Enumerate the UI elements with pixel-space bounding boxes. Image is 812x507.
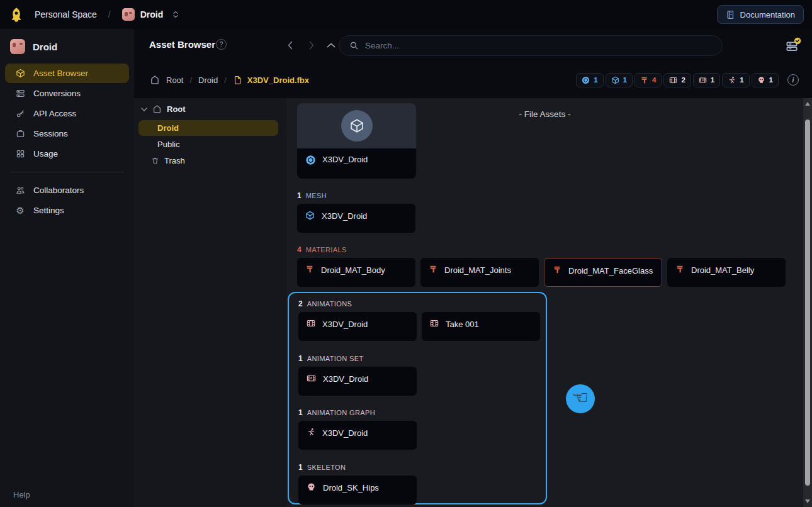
sidebar-item-api-access[interactable]: API Access — [5, 104, 129, 123]
scene-count-badge[interactable]: 1 — [576, 73, 603, 87]
breadcrumb-root[interactable]: Root — [166, 75, 183, 85]
sidebar-item-label: Sessions — [33, 129, 68, 138]
up-level-button[interactable] — [324, 38, 338, 52]
breadcrumb-separator: / — [189, 75, 192, 85]
tree-item-label: Trash — [164, 156, 185, 165]
mesh-asset-card[interactable]: X3DV_Droid — [297, 204, 415, 233]
tree-item-droid-selected[interactable]: Droid — [138, 120, 278, 136]
material-brush-icon — [553, 265, 561, 274]
tree-item-label: Public — [157, 140, 179, 149]
section-count: 1 — [298, 463, 303, 472]
home-icon[interactable] — [150, 75, 160, 85]
stack-icon — [15, 89, 25, 99]
material-asset-card[interactable]: Droid_MAT_Belly — [667, 258, 786, 287]
asset-card-label: Droid_MAT_Body — [321, 265, 385, 275]
skeleton-count-badge[interactable]: 1 — [752, 73, 779, 87]
sidebar: Droid Asset Browser Conversions API Acce… — [0, 29, 134, 507]
badge-count: 4 — [652, 76, 656, 84]
search-input[interactable] — [365, 41, 712, 50]
film-icon — [430, 319, 439, 328]
app-logo-rocket-icon — [8, 6, 25, 23]
search-bar[interactable] — [339, 35, 723, 56]
back-button[interactable] — [283, 38, 297, 52]
model-asset-card[interactable]: X3DV_Droid — [297, 103, 416, 179]
section-header: 1 SKELETON — [298, 462, 417, 472]
asset-card-label: Droid_MAT_Belly — [691, 265, 754, 275]
animation-asset-card[interactable]: X3DV_Droid — [298, 312, 417, 341]
breadcrumb-folder[interactable]: Droid — [198, 75, 218, 85]
animation-set-asset-card[interactable]: X3DV_Droid — [298, 367, 417, 396]
tree-item-public[interactable]: Public — [157, 140, 179, 149]
topbar-separator: / — [108, 9, 111, 20]
grid-icon — [15, 149, 25, 159]
project-switcher[interactable]: Droid — [122, 8, 179, 21]
skeleton-asset-card[interactable]: Droid_SK_Hips — [298, 476, 417, 504]
sidebar-item-conversions[interactable]: Conversions — [5, 84, 129, 103]
film-set-icon — [699, 76, 707, 84]
documentation-button[interactable]: Documentation — [717, 5, 804, 24]
film-icon — [307, 319, 315, 328]
animation-graph-section: 1 ANIMATION GRAPH X3DV_Droid — [298, 408, 417, 450]
animation-count-badge[interactable]: 2 — [663, 73, 691, 87]
animation-graph-count-badge[interactable]: 1 — [722, 73, 749, 87]
asset-card-label: X3DV_Droid — [322, 211, 367, 221]
section-count: 4 — [297, 245, 302, 254]
asset-card-label: Droid_MAT_FaceGlass — [568, 265, 653, 276]
asset-card-label: X3DV_Droid — [322, 155, 368, 164]
material-asset-card-highlighted[interactable]: Droid_MAT_FaceGlass — [544, 258, 662, 287]
scroll-down-arrow[interactable] — [803, 497, 812, 506]
film-set-icon — [307, 374, 316, 383]
cube-icon — [15, 69, 25, 79]
asset-card-label: Take 001 — [446, 319, 479, 329]
animation-graph-asset-card[interactable]: X3DV_Droid — [298, 421, 417, 450]
mesh-count-badge[interactable]: 1 — [606, 73, 633, 87]
sidebar-item-usage[interactable]: Usage — [5, 144, 129, 164]
assets-panel: - File Assets - X3DV_Droid 1 MESH — [286, 98, 803, 507]
asset-card-label: Droid_MAT_Joints — [444, 265, 511, 275]
tree-item-label: Root — [167, 104, 186, 114]
scene-icon — [582, 76, 590, 84]
runner-icon — [307, 428, 315, 437]
people-icon — [15, 186, 25, 196]
skeleton-section: 1 SKELETON Droid_SK_Hips — [298, 462, 417, 504]
pointing-hand-icon: ☜ — [572, 388, 589, 407]
sidebar-item-label: Settings — [33, 206, 64, 215]
tree-item-root[interactable]: Root — [141, 104, 186, 114]
workspace-name[interactable]: Personal Space — [35, 9, 97, 20]
sidebar-item-sessions[interactable]: Sessions — [5, 124, 129, 143]
asset-card-label: X3DV_Droid — [323, 374, 368, 384]
search-icon — [349, 41, 359, 50]
breadcrumb: Root / Droid / X3DV_Droid.fbx — [150, 75, 309, 85]
main-header: Asset Browser ? — [134, 29, 812, 62]
sidebar-item-label: Asset Browser — [33, 69, 88, 78]
page-title: Asset Browser — [149, 39, 215, 50]
sidebar-item-collaborators[interactable]: Collaborators — [5, 181, 129, 200]
storage-status-icon[interactable] — [786, 36, 802, 53]
gear-icon: ⚙ — [15, 206, 25, 216]
forward-button[interactable] — [305, 38, 319, 52]
info-icon[interactable]: i — [787, 74, 799, 86]
folder-tree: Root Droid Public Trash — [134, 98, 286, 507]
material-asset-card[interactable]: Droid_MAT_Body — [297, 258, 415, 287]
scroll-up-arrow[interactable] — [803, 99, 812, 108]
badge-count: 2 — [681, 76, 685, 84]
sidebar-divider — [10, 172, 124, 172]
help-question-icon[interactable]: ? — [216, 39, 227, 50]
cube-thumbnail-icon — [341, 110, 373, 142]
section-header: 1 ANIMATION SET — [298, 354, 417, 363]
section-count: 1 — [297, 191, 302, 200]
material-count-badge[interactable]: 4 — [634, 73, 662, 87]
scrollbar-thumb[interactable] — [805, 120, 810, 486]
sidebar-item-asset-browser[interactable]: Asset Browser — [5, 64, 129, 83]
project-avatar — [10, 39, 25, 54]
animation-set-count-badge[interactable]: 1 — [693, 73, 720, 87]
tree-item-trash[interactable]: Trash — [151, 156, 185, 165]
help-link[interactable]: Help — [13, 490, 30, 499]
section-title: ANIMATION GRAPH — [307, 409, 375, 416]
mesh-icon — [305, 211, 315, 220]
animation-asset-card[interactable]: Take 001 — [422, 312, 540, 341]
breadcrumb-file[interactable]: X3DV_Droid.fbx — [233, 75, 309, 85]
section-header: 2 ANIMATIONS — [298, 299, 540, 308]
sidebar-item-settings[interactable]: ⚙ Settings — [5, 201, 129, 220]
material-asset-card[interactable]: Droid_MAT_Joints — [420, 258, 539, 287]
